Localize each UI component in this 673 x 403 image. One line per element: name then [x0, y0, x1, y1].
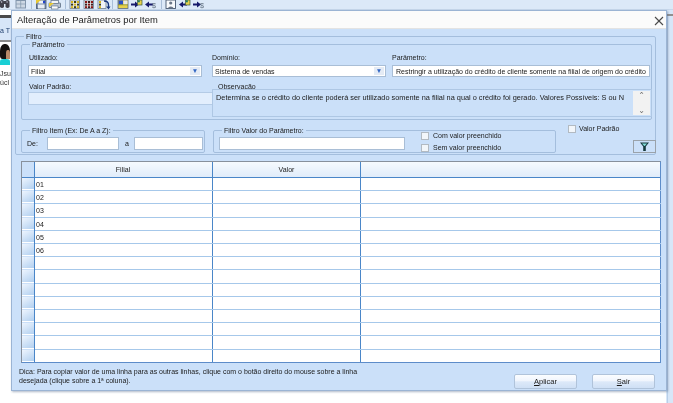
svg-text:$: $: [152, 2, 156, 9]
svg-text:$: $: [200, 2, 204, 9]
